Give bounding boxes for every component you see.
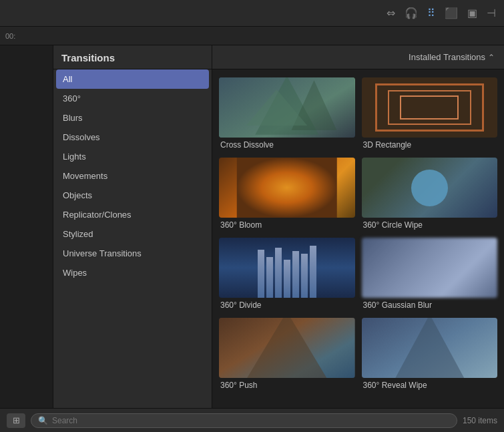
main-layout: Transitions All 360° Blurs Dissolves Lig… — [0, 45, 504, 408]
timeline-strip: 00: — [0, 27, 504, 45]
3d-rect-visual — [375, 83, 484, 132]
sidebar-item-stylized[interactable]: Stylized — [53, 224, 212, 244]
360-push-label: 360° Push — [219, 381, 355, 390]
divide-bar — [310, 246, 316, 298]
toolbar: ⇔ 🎧 ⠿ ⬛ ▣ ⊣ — [0, 0, 504, 27]
sidebar-item-360[interactable]: 360° — [53, 89, 212, 108]
search-icon: 🔍 — [38, 416, 48, 425]
360-bloom-label: 360° Bloom — [219, 220, 355, 230]
sidebar-item-wipes[interactable]: Wipes — [53, 263, 212, 282]
headphones-icon[interactable]: 🎧 — [405, 7, 418, 19]
sidebar: Transitions All 360° Blurs Dissolves Lig… — [53, 45, 212, 408]
sidebar-item-lights[interactable]: Lights — [53, 147, 212, 166]
sort-button[interactable]: ⌃ — [488, 53, 495, 62]
thumb-cross-dissolve[interactable] — [219, 77, 355, 138]
timecode: 00: — [5, 32, 15, 40]
search-box[interactable]: 🔍 — [31, 413, 457, 428]
transitions-grid: Cross Dissolve 3D Rectangle — [212, 69, 504, 408]
sidebar-header: Transitions — [53, 45, 212, 69]
sidebar-item-dissolves[interactable]: Dissolves — [53, 128, 212, 147]
sidebar-item-blurs[interactable]: Blurs — [53, 108, 212, 128]
list-item: 360° Bloom — [219, 158, 355, 230]
thumb-360-push[interactable] — [219, 318, 355, 378]
360-divide-label: 360° Divide — [219, 300, 355, 310]
list-item: 360° Push — [219, 318, 355, 390]
split-icon[interactable]: ⇔ — [387, 7, 395, 19]
window-icon[interactable]: ▣ — [467, 7, 477, 19]
search-input[interactable] — [52, 416, 450, 425]
list-item: 360° Reveal Wipe — [362, 318, 498, 390]
film-icon[interactable]: ⬛ — [445, 7, 458, 19]
360-reveal-wipe-label: 360° Reveal Wipe — [362, 381, 498, 390]
list-item: 360° Divide — [219, 238, 355, 310]
svg-rect-3 — [237, 158, 337, 218]
thumb-360-reveal[interactable] — [362, 318, 498, 378]
sidebar-item-movements[interactable]: Movements — [53, 166, 212, 186]
360-reveal-visual — [362, 318, 498, 378]
installed-transitions-label: Installed Transitions — [409, 52, 485, 62]
360-circle-wipe-label: 360° Circle Wipe — [362, 220, 498, 230]
thumb-360-bloom[interactable] — [219, 158, 355, 218]
skip-end-icon[interactable]: ⊣ — [487, 7, 496, 19]
sidebar-item-objects[interactable]: Objects — [53, 186, 212, 205]
divide-bar — [266, 257, 273, 298]
sidebar-item-universe[interactable]: Universe Transitions — [53, 244, 212, 263]
list-item: 360° Circle Wipe — [362, 158, 498, 230]
library-button[interactable]: ⊞ — [7, 413, 25, 428]
divide-bar — [292, 251, 299, 298]
thumb-3d-rect[interactable] — [362, 77, 498, 138]
list-item: Cross Dissolve — [219, 77, 355, 150]
list-item: 360° Gaussian Blur — [362, 238, 498, 310]
cross-dissolve-visual — [219, 77, 355, 138]
360-bloom-visual — [219, 158, 355, 218]
grid-icon[interactable]: ⠿ — [427, 7, 435, 19]
content-header: Installed Transitions ⌃ — [212, 45, 504, 69]
circle-wipe-visual — [411, 170, 448, 206]
cross-dissolve-label: Cross Dissolve — [219, 140, 355, 150]
thumb-360-circle[interactable] — [362, 158, 498, 218]
divide-bar — [284, 260, 290, 298]
bottom-bar: ⊞ 🔍 150 items — [0, 408, 504, 432]
divide-bars-visual — [254, 238, 320, 298]
thumb-360-divide[interactable] — [219, 238, 355, 298]
360-gaussian-label: 360° Gaussian Blur — [362, 300, 498, 310]
sidebar-item-all[interactable]: All — [56, 69, 209, 89]
sidebar-item-replicator[interactable]: Replicator/Clones — [53, 205, 212, 224]
divide-bar — [275, 248, 282, 298]
item-count: 150 items — [463, 416, 497, 425]
divide-bar — [258, 250, 264, 298]
divide-bar — [301, 254, 308, 298]
timeline-area — [0, 45, 53, 408]
list-item: 3D Rectangle — [362, 77, 498, 150]
360-push-visual — [219, 318, 355, 378]
content-area: Installed Transitions ⌃ — [212, 45, 504, 408]
thumb-360-gaussian[interactable] — [362, 238, 498, 298]
3d-rectangle-label: 3D Rectangle — [362, 140, 498, 150]
